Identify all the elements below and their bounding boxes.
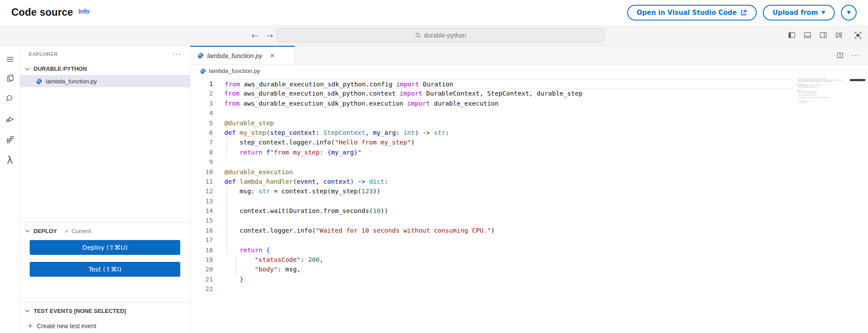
explorer-title: EXPLORER [29, 51, 58, 57]
line-number: 9 [190, 157, 213, 167]
code-line [224, 108, 794, 118]
python-file-icon [36, 78, 42, 85]
more-actions-button[interactable]: ▼ [841, 5, 857, 21]
toggle-panel-icon[interactable] [804, 31, 811, 39]
code-line: } [224, 275, 794, 284]
chevron-down-icon[interactable] [24, 308, 31, 314]
plus-icon: + [28, 322, 33, 331]
chevron-down-icon [24, 66, 31, 72]
toggle-primary-sidebar-icon[interactable] [788, 31, 796, 39]
vscode-titlebar: ← → durable-python [0, 25, 868, 46]
run-debug-icon[interactable] [0, 109, 20, 129]
search-icon [415, 32, 421, 38]
fullscreen-icon[interactable] [854, 31, 862, 39]
line-number: 14 [190, 206, 213, 216]
nav-forward-icon[interactable]: → [266, 31, 273, 40]
line-number: 12 [190, 186, 213, 196]
test-button[interactable]: Test (⇧⌘I) [30, 262, 180, 277]
toggle-secondary-sidebar-icon[interactable] [820, 31, 827, 39]
line-number: 10 [190, 167, 213, 177]
scrollbar-thumb[interactable] [850, 79, 865, 81]
code-editor[interactable]: 12345678910111213141516171819202122 from… [190, 77, 868, 333]
split-editor-icon[interactable] [837, 52, 844, 59]
deploy-button[interactable]: Deploy (⇧⌘U) [30, 240, 180, 255]
code-line: @durable_step [224, 118, 794, 128]
code-line: return { [224, 245, 794, 255]
header-actions: Open in Visual Studio Code Upload from ▼… [627, 5, 857, 21]
minimap[interactable]: from aws_durable_execution_sdk_python.co… [796, 78, 848, 305]
create-test-event-button[interactable]: + Create new test event [20, 319, 190, 333]
file-row-lambda-function[interactable]: lambda_function.py [20, 75, 190, 87]
python-file-icon [200, 68, 206, 74]
test-events-section: TEST EVENTS [NONE SELECTED] + Create new… [20, 302, 190, 333]
line-number: 13 [190, 196, 213, 206]
tab-lambda-function[interactable]: lambda_function.py × [190, 46, 295, 65]
tab-bar: lambda_function.py × ··· [190, 46, 868, 65]
code-line: "body": msg, [224, 264, 794, 274]
deploy-section-title[interactable]: DEPLOY [34, 228, 57, 234]
code-line: def lambda_handler(event, context) -> di… [224, 177, 794, 186]
nav-back-icon[interactable]: ← [251, 31, 258, 40]
line-number: 22 [190, 284, 213, 294]
line-number: 16 [190, 226, 213, 235]
code-line [796, 104, 847, 106]
line-number: 4 [190, 108, 213, 118]
python-file-icon [197, 52, 204, 59]
open-in-vscode-button[interactable]: Open in Visual Studio Code [627, 5, 757, 21]
code-line: msg: str = context.step(my_step(123)) [224, 186, 794, 196]
explorer-more-icon[interactable]: ··· [172, 50, 182, 58]
line-number: 19 [190, 255, 213, 264]
folder-row-durable-python[interactable]: DURABLE-PYTHON [20, 62, 190, 75]
line-number: 18 [190, 245, 213, 255]
page-title: Code source [11, 7, 73, 18]
line-number: 3 [190, 99, 213, 108]
code-line: step_context.logger.info("Hello from my_… [224, 137, 794, 147]
vscode-main: λ EXPLORER ··· DURABLE-PYTHON lambda_fun… [0, 46, 868, 333]
code-line: return f"from my_step: {my_arg}" [224, 148, 794, 157]
code-line: "statusCode": 200, [224, 255, 794, 264]
extensions-icon[interactable] [0, 129, 20, 150]
code-line: def my_step(step_context: StepContext, m… [224, 128, 794, 137]
line-numbers: 12345678910111213141516171819202122 [190, 79, 213, 294]
search-view-icon[interactable] [0, 88, 20, 109]
external-link-icon [740, 9, 747, 16]
code-line [224, 284, 794, 294]
menu-icon[interactable] [0, 51, 20, 68]
code-line [224, 216, 794, 225]
search-input[interactable]: durable-python [277, 28, 605, 42]
upload-from-button[interactable]: Upload from ▼ [763, 5, 835, 21]
explorer-icon[interactable] [0, 68, 20, 88]
code-line: @durable_execution [224, 167, 794, 177]
line-number: 2 [190, 89, 213, 98]
line-number: 21 [190, 275, 213, 284]
code-line: from aws_durable_execution_sdk_python.ex… [224, 99, 794, 108]
aws-lambda-icon[interactable]: λ [0, 150, 20, 170]
code-line: context.wait(Duration.from_seconds(10)) [224, 206, 794, 216]
deploy-section: DEPLOY ✓ Current Deploy (⇧⌘U) Test (⇧⌘I) [20, 222, 190, 302]
line-number: 6 [190, 128, 213, 137]
code-line: from aws_durable_execution_sdk_python.co… [224, 79, 794, 89]
tab-close-icon[interactable]: × [270, 52, 274, 59]
line-number: 7 [190, 137, 213, 147]
editor-more-icon[interactable]: ··· [851, 51, 861, 59]
code-line [224, 235, 794, 245]
code-line [224, 196, 794, 206]
explorer-empty-area [20, 87, 190, 222]
aws-console-header: Code source Info Open in Visual Studio C… [0, 0, 868, 25]
deploy-status: ✓ Current [64, 227, 91, 234]
line-number: 1 [190, 79, 213, 89]
code-line: from aws_durable_execution_sdk_python.co… [224, 89, 794, 98]
customize-layout-icon[interactable] [835, 31, 843, 39]
code-line: context.logger.info("Waited for 10 secon… [224, 226, 794, 235]
info-link[interactable]: Info [79, 8, 90, 15]
chevron-down-icon[interactable] [24, 228, 31, 234]
activity-bar: λ [0, 46, 20, 333]
line-number: 8 [190, 148, 213, 157]
code-line [224, 157, 794, 167]
line-number: 15 [190, 216, 213, 225]
breadcrumb[interactable]: lambda_function.py [190, 65, 868, 77]
caret-down-icon: ▼ [847, 10, 851, 15]
line-number: 11 [190, 177, 213, 186]
test-events-section-title[interactable]: TEST EVENTS [NONE SELECTED] [34, 308, 126, 314]
check-icon: ✓ [64, 227, 69, 234]
